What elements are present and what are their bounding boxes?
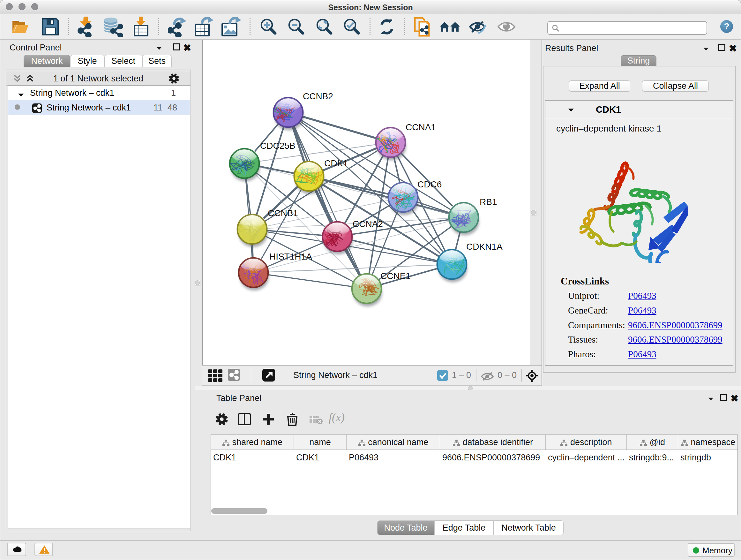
svg-text:CCNE1: CCNE1	[381, 271, 411, 281]
svg-text:CCNB1: CCNB1	[268, 208, 298, 218]
svg-text:HIST1H1A: HIST1H1A	[269, 252, 312, 261]
svg-text:CDC6: CDC6	[417, 179, 442, 189]
svg-text:RB1: RB1	[480, 197, 497, 207]
svg-text:CCNB2: CCNB2	[303, 91, 333, 101]
svg-text:CCNA1: CCNA1	[406, 122, 436, 132]
svg-text:CDKN1A: CDKN1A	[466, 242, 502, 252]
svg-text:CCNA2: CCNA2	[353, 219, 383, 229]
svg-text:CDC25B: CDC25B	[260, 141, 295, 151]
svg-text:CDK1: CDK1	[324, 159, 348, 168]
